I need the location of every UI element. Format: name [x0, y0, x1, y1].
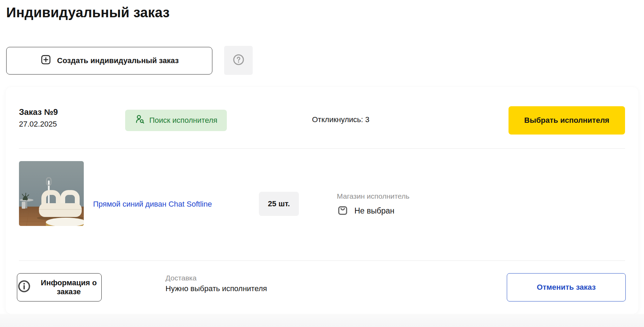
order-status-label: Поиск исполнителя	[149, 116, 217, 125]
page-title: Индивидуальный заказ	[6, 5, 170, 20]
order-number: Заказ №9	[19, 107, 58, 117]
store-performer-row: Не выбран	[337, 204, 394, 217]
person-search-icon	[135, 114, 145, 127]
order-card: Заказ №9 27.02.2025 Поиск исполнителя От…	[6, 87, 638, 314]
cancel-order-button[interactable]: Отменить заказ	[507, 273, 626, 301]
order-info-button[interactable]: Информация о заказе	[17, 273, 102, 301]
question-circle-icon	[232, 53, 245, 67]
order-date: 27.02.2025	[19, 120, 57, 129]
order-info-label: Информация о заказе	[36, 278, 101, 296]
create-button-label: Создать индивидуальный заказ	[57, 56, 179, 65]
divider	[19, 148, 625, 149]
info-circle-icon	[17, 279, 31, 295]
delivery-label: Доставка	[165, 274, 197, 282]
delivery-status-text: Нужно выбрать исполнителя	[165, 284, 267, 293]
plus-square-icon	[40, 54, 52, 68]
store-performer-value: Не выбран	[354, 206, 394, 216]
product-image[interactable]	[19, 161, 84, 226]
help-button[interactable]	[224, 46, 253, 75]
responses-count: Откликнулись: 3	[312, 115, 370, 124]
page-background-strip	[0, 314, 644, 327]
create-individual-order-button[interactable]: Создать индивидуальный заказ	[6, 47, 212, 75]
store-performer-label: Магазин исполнитель	[337, 192, 410, 200]
quantity-badge: 25 шт.	[259, 192, 299, 216]
order-status-badge: Поиск исполнителя	[125, 110, 227, 131]
shopping-bag-icon	[337, 204, 349, 217]
choose-performer-button[interactable]: Выбрать исполнителя	[509, 106, 625, 135]
divider	[19, 260, 625, 261]
product-name-link[interactable]: Прямой синий диван Chat Softline	[93, 200, 212, 209]
